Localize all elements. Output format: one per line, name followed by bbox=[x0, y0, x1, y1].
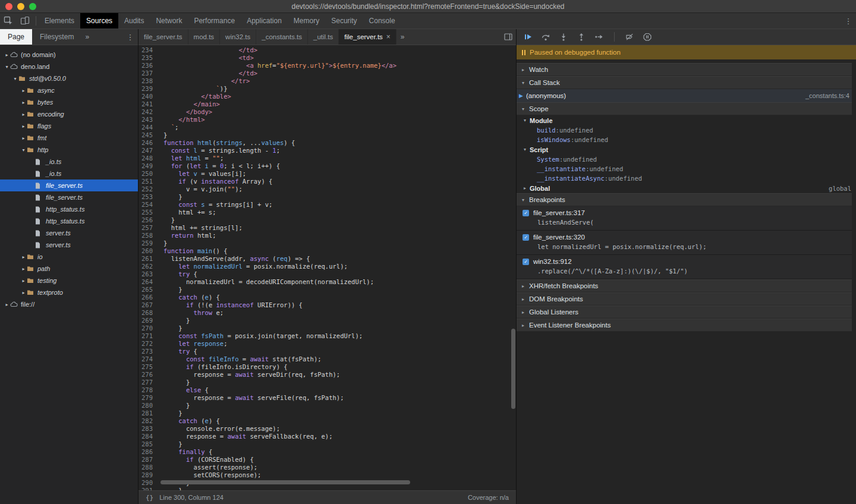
line-number[interactable]: 268 bbox=[139, 309, 158, 317]
tree-item-flags[interactable]: ▸flags bbox=[0, 120, 138, 132]
chevron-right-icon[interactable]: ▸ bbox=[20, 290, 27, 295]
line-number[interactable]: 240 bbox=[139, 93, 158, 100]
line-number[interactable]: 275 bbox=[139, 363, 158, 371]
main-menu-icon[interactable]: ⋮ bbox=[841, 13, 856, 29]
chevron-right-icon[interactable]: ▸ bbox=[20, 254, 27, 260]
code-line[interactable]: 272 let response; bbox=[139, 340, 516, 348]
line-number[interactable]: 291 bbox=[139, 487, 158, 490]
line-number[interactable]: 274 bbox=[139, 355, 158, 363]
deactivate-breakpoints-button[interactable] bbox=[624, 32, 635, 42]
line-number[interactable]: 283 bbox=[139, 425, 158, 433]
vertical-scrollbar-thumb[interactable] bbox=[511, 329, 515, 409]
line-number[interactable]: 261 bbox=[139, 255, 158, 263]
minimize-window-button[interactable] bbox=[17, 3, 24, 10]
scope-group-script[interactable]: ▾Script bbox=[517, 144, 852, 155]
code-line[interactable]: 273 try { bbox=[139, 348, 516, 355]
line-number[interactable]: 269 bbox=[139, 317, 158, 325]
code-line[interactable]: 263 try { bbox=[139, 270, 516, 278]
section-header-xhr-fetch-breakpoints[interactable]: ▸XHR/fetch Breakpoints bbox=[517, 279, 852, 292]
line-number[interactable]: 278 bbox=[139, 386, 158, 394]
chevron-right-icon[interactable]: ▸ bbox=[20, 266, 27, 272]
editor-tab-win32-ts[interactable]: win32.ts bbox=[220, 29, 256, 45]
line-number[interactable]: 246 bbox=[139, 139, 158, 147]
line-number[interactable]: 288 bbox=[139, 464, 158, 471]
code-line[interactable]: 236 <a href="${entry.url}">${entry.name}… bbox=[139, 62, 516, 70]
code-line[interactable]: 283 console.error(e.message); bbox=[139, 425, 516, 433]
line-number[interactable]: 277 bbox=[139, 379, 158, 386]
code-line[interactable]: 240 </table> bbox=[139, 93, 516, 100]
code-line[interactable]: 281 } bbox=[139, 410, 516, 417]
tree-item-encoding[interactable]: ▸encoding bbox=[0, 108, 138, 120]
line-number[interactable]: 248 bbox=[139, 155, 158, 162]
section-header-call-stack[interactable]: ▾Call Stack bbox=[517, 76, 852, 89]
tree-item-testing[interactable]: ▸testing bbox=[0, 275, 138, 286]
tree-item-bytes[interactable]: ▸bytes bbox=[0, 96, 138, 108]
section-header-event-listener-breakpoints[interactable]: ▸Event Listener Breakpoints bbox=[517, 319, 852, 332]
code-line[interactable]: 259} bbox=[139, 240, 516, 247]
section-header-scope[interactable]: ▾Scope bbox=[517, 102, 852, 115]
line-number[interactable]: 271 bbox=[139, 332, 158, 340]
code-line[interactable]: 254 const s = strings[i] + v; bbox=[139, 201, 516, 209]
call-frame[interactable]: ▶(anonymous)_constants.ts:4 bbox=[517, 89, 852, 102]
code-line[interactable]: 249 for (let i = 0; i < l; i++) { bbox=[139, 162, 516, 170]
code-line[interactable]: 252 v = v.join(""); bbox=[139, 185, 516, 193]
zoom-window-button[interactable] bbox=[29, 3, 36, 10]
line-number[interactable]: 287 bbox=[139, 456, 158, 464]
tree-item-fmt[interactable]: ▸fmt bbox=[0, 132, 138, 144]
line-number[interactable]: 279 bbox=[139, 394, 158, 402]
chevron-down-icon[interactable]: ▾ bbox=[20, 147, 27, 153]
line-number[interactable]: 244 bbox=[139, 124, 158, 131]
code-line[interactable]: 277 } bbox=[139, 379, 516, 386]
editor-tab-mod-ts[interactable]: mod.ts bbox=[188, 29, 221, 45]
code-line[interactable]: 287 if (CORSEnabled) { bbox=[139, 456, 516, 464]
line-number[interactable]: 237 bbox=[139, 70, 158, 77]
tab-audits[interactable]: Audits bbox=[118, 13, 150, 29]
line-number[interactable]: 290 bbox=[139, 479, 158, 487]
close-window-button[interactable] bbox=[5, 3, 12, 10]
code-line[interactable]: 247 const l = strings.length - 1; bbox=[139, 147, 516, 155]
chevron-right-icon[interactable]: ▸ bbox=[4, 302, 10, 307]
line-number[interactable]: 281 bbox=[139, 410, 158, 417]
code-line[interactable]: 253 } bbox=[139, 193, 516, 201]
code-line[interactable]: 291 } bbox=[139, 487, 516, 490]
code-line[interactable]: 286 finally { bbox=[139, 448, 516, 456]
section-header-breakpoints[interactable]: ▾Breakpoints bbox=[517, 193, 852, 206]
line-number[interactable]: 266 bbox=[139, 294, 158, 301]
line-number[interactable]: 267 bbox=[139, 301, 158, 309]
code-line[interactable]: 288 assert(response); bbox=[139, 464, 516, 471]
tree-item-std-v0-50-0[interactable]: ▾std@v0.50.0 bbox=[0, 73, 138, 84]
section-header-watch[interactable]: ▸Watch bbox=[517, 63, 852, 76]
tab-elements[interactable]: Elements bbox=[39, 13, 80, 29]
tree-item-path[interactable]: ▸path bbox=[0, 263, 138, 275]
code-line[interactable]: 271 const fsPath = posix.join(target, no… bbox=[139, 332, 516, 340]
code-line[interactable]: 282 catch (e) { bbox=[139, 417, 516, 425]
code-line[interactable]: 261 listenAndServe(addr, async (req) => … bbox=[139, 255, 516, 263]
tree-item-async[interactable]: ▸async bbox=[0, 84, 138, 96]
tab-application[interactable]: Application bbox=[241, 13, 288, 29]
horizontal-scrollbar-thumb[interactable] bbox=[160, 480, 410, 484]
line-number[interactable]: 245 bbox=[139, 131, 158, 139]
line-number[interactable]: 257 bbox=[139, 224, 158, 232]
tree-item-deno-land[interactable]: ▾deno.land bbox=[0, 61, 138, 73]
tab-console[interactable]: Console bbox=[363, 13, 401, 29]
code-line[interactable]: 234 </td> bbox=[139, 46, 516, 54]
chevron-down-icon[interactable]: ▾ bbox=[4, 64, 10, 70]
navigator-tab-page[interactable]: Page bbox=[0, 29, 32, 45]
line-number[interactable]: 239 bbox=[139, 85, 158, 93]
code-line[interactable]: 250 let v = values[i]; bbox=[139, 170, 516, 178]
breakpoint-entry[interactable]: ✓file_server.ts:317listenAndServe( bbox=[517, 206, 852, 231]
line-number[interactable]: 272 bbox=[139, 340, 158, 348]
chevron-right-icon[interactable]: ▸ bbox=[20, 112, 27, 117]
code-line[interactable]: 245} bbox=[139, 131, 516, 139]
editor-tab-file-server-ts[interactable]: file_server.ts bbox=[139, 29, 188, 45]
code-line[interactable]: 256 } bbox=[139, 216, 516, 224]
code-line[interactable]: 270 } bbox=[139, 325, 516, 332]
code-line[interactable]: 266 catch (e) { bbox=[139, 294, 516, 301]
scope-group-global[interactable]: ▸Globalglobal bbox=[517, 183, 852, 193]
code-line[interactable]: 242 </body> bbox=[139, 108, 516, 116]
line-number[interactable]: 252 bbox=[139, 185, 158, 193]
tree-item-file[interactable]: ▸file:// bbox=[0, 298, 138, 310]
line-number[interactable]: 263 bbox=[139, 270, 158, 278]
line-number[interactable]: 234 bbox=[139, 46, 158, 54]
code-line[interactable]: 279 response = await serveFile(req, fsPa… bbox=[139, 394, 516, 402]
